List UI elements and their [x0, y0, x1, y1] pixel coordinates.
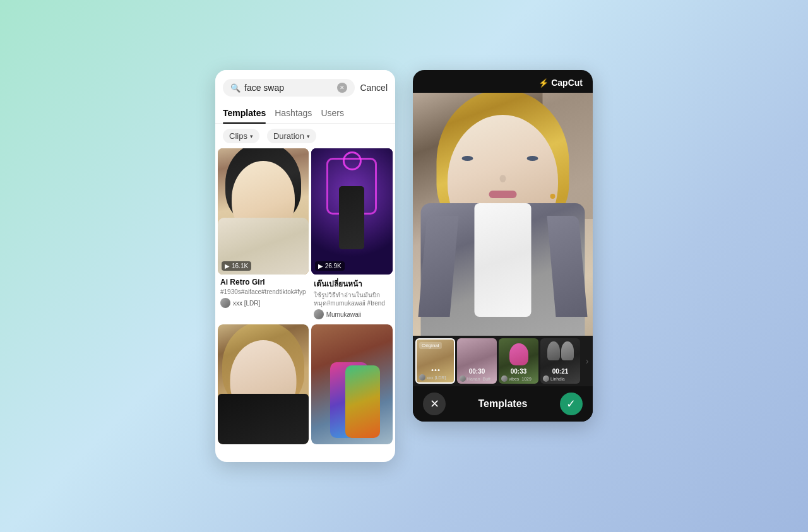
templates-label: Templates [478, 398, 528, 410]
thumb-author: xxx [LDR] [419, 374, 446, 381]
thumb-avatar [543, 375, 549, 382]
avatar [314, 309, 324, 319]
clips-filter-label: Clips [229, 131, 247, 141]
thumb-author: vibes_1029 [501, 375, 532, 382]
duration-filter-label: Duration [273, 131, 304, 141]
capcut-logo-text: CapCut [551, 78, 583, 88]
check-icon: ✓ [566, 397, 576, 411]
list-item[interactable] [218, 324, 309, 459]
thumb-author: Linhdla [543, 375, 565, 382]
duration-filter-arrow: ▾ [307, 133, 310, 139]
thumb-author-name: Linhdla [550, 377, 565, 381]
original-label: Original [419, 342, 442, 349]
item-title: เต๊นเปลี่ยนหน้า [314, 278, 390, 290]
thumb-author-name: Hanan_Butt [467, 377, 490, 381]
thumb-author-name: xxx [LDR] [427, 375, 446, 380]
confirm-button[interactable]: ✓ [560, 393, 583, 415]
filters: Clips ▾ Duration ▾ [215, 124, 395, 148]
item-tags: #1930s#aiface#trendtiktok#fyp [220, 288, 306, 296]
more-indicator: › [582, 338, 592, 384]
thumb-3[interactable]: 00:33 vibes_1029 [499, 338, 538, 384]
thumb-avatar [501, 375, 508, 382]
app-container: 🔍 face swap ✕ Cancel Templates Hashtags … [215, 70, 593, 462]
play-icon: ▶ [318, 263, 323, 269]
capcut-header: ⚡ CapCut [413, 70, 593, 93]
thumb-2[interactable]: 00:30 Hanan_Butt [457, 338, 497, 384]
search-input-wrap[interactable]: 🔍 face swap ✕ [223, 79, 355, 97]
portrait-figure [413, 93, 593, 336]
tab-users[interactable]: Users [321, 103, 353, 123]
thumb-avatar [419, 374, 425, 381]
tab-templates[interactable]: Templates [223, 103, 275, 123]
template-grid: ▶ 16.1K Ai Retro Girl #1930s#aiface#tren… [215, 148, 395, 462]
search-bar: 🔍 face swap ✕ Cancel [215, 70, 395, 103]
play-icon: ▶ [225, 263, 230, 269]
capcut-logo: ⚡ CapCut [538, 78, 583, 88]
thumb-dots [431, 369, 439, 371]
avatar [220, 298, 230, 308]
badge-views: ▶ 16.1K [222, 261, 251, 271]
duration-filter[interactable]: Duration ▾ [267, 129, 316, 143]
search-input[interactable]: face swap [244, 83, 333, 93]
dot [434, 369, 436, 371]
list-item[interactable] [311, 324, 393, 459]
tabs: Templates Hashtags Users [215, 103, 395, 124]
close-icon: ✕ [430, 397, 439, 411]
thumb-avatar [460, 375, 466, 382]
main-preview [413, 93, 593, 336]
item-title: Ai Retro Girl [220, 278, 306, 287]
author-name: xxx [LDR] [233, 300, 260, 307]
thumb-time: 00:21 [552, 368, 569, 375]
cancel-button[interactable]: Cancel [360, 83, 388, 93]
list-item[interactable]: ▶ 16.1K Ai Retro Girl #1930s#aiface#tren… [218, 148, 309, 322]
item-tags: ใช้รูปวิธีทำอ่านในมันบิกหมุด#mumukawaii … [314, 291, 390, 307]
thumb-original[interactable]: Original xxx [LDR] [415, 338, 455, 384]
bottom-bar: ✕ Templates ✓ [413, 386, 593, 422]
thumb-time: 00:30 [469, 368, 485, 375]
close-button[interactable]: ✕ [423, 393, 446, 415]
author-name: Mumukawaii [326, 311, 362, 318]
thumb-author-name: vibes_1029 [509, 377, 532, 381]
thumb-time: 00:33 [511, 368, 527, 375]
dot [437, 369, 439, 371]
clips-filter-arrow: ▾ [250, 133, 253, 139]
clips-filter[interactable]: Clips ▾ [223, 129, 259, 143]
search-icon: 🔍 [230, 83, 241, 93]
thumbnail-strip: Original xxx [LDR] 00:30 Hanan_Butt [413, 336, 593, 386]
list-item[interactable]: ▶ 26.9K เต๊นเปลี่ยนหน้า ใช้รูปวิธีทำอ่าน… [311, 148, 393, 322]
dot [431, 369, 433, 371]
badge-views: ▶ 26.9K [315, 261, 345, 271]
thumb-author: Hanan_Butt [460, 375, 490, 382]
tab-hashtags[interactable]: Hashtags [275, 103, 321, 123]
clear-icon[interactable]: ✕ [337, 83, 347, 93]
phone-left: 🔍 face swap ✕ Cancel Templates Hashtags … [215, 70, 395, 462]
thumb-4[interactable]: 00:21 Linhdla [540, 338, 580, 384]
phone-right: ⚡ CapCut [413, 70, 593, 422]
capcut-logo-icon: ⚡ [538, 78, 549, 88]
